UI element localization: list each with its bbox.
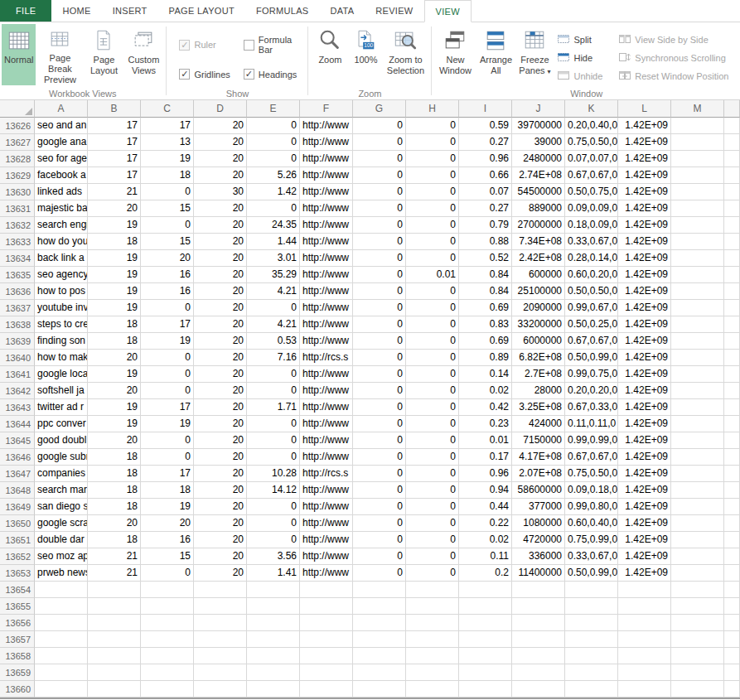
cell-L13658[interactable] [618, 648, 671, 664]
cell-I13643[interactable]: 0.42 [459, 399, 512, 416]
cell-G13626[interactable]: 0 [353, 118, 406, 134]
cell-D13660[interactable] [194, 681, 247, 698]
cell-C13637[interactable]: 0 [141, 300, 194, 316]
cell-H13629[interactable]: 0 [406, 167, 459, 184]
cell-partial-13626[interactable] [724, 118, 740, 134]
cell-partial-13632[interactable] [724, 217, 740, 234]
cell-A13632[interactable]: search engi [35, 217, 88, 234]
row-header-13655[interactable]: 13655 [0, 598, 35, 615]
cell-I13637[interactable]: 0.69 [459, 300, 512, 316]
cell-J13645[interactable]: 7150000 [512, 432, 565, 449]
cell-F13655[interactable] [300, 598, 353, 615]
cell-I13654[interactable] [459, 582, 512, 598]
cell-L13657[interactable] [618, 631, 671, 648]
cell-K13650[interactable]: 0.60,0.40,0 [565, 515, 618, 532]
split-button[interactable]: Split [554, 31, 606, 49]
cell-H13656[interactable] [406, 615, 459, 631]
cell-D13635[interactable]: 20 [194, 267, 247, 283]
cell-A13648[interactable]: search mar [35, 482, 88, 499]
cell-F13646[interactable]: http://www [300, 449, 353, 466]
cell-A13641[interactable]: google loca [35, 366, 88, 383]
cell-B13628[interactable]: 17 [88, 151, 141, 167]
cell-partial-13631[interactable] [724, 200, 740, 217]
cell-H13630[interactable]: 0 [406, 184, 459, 200]
cell-partial-13637[interactable] [724, 300, 740, 316]
cell-E13635[interactable]: 35.29 [247, 267, 300, 283]
cell-C13630[interactable]: 0 [141, 184, 194, 200]
cell-L13647[interactable]: 1.42E+09 [618, 466, 671, 482]
cell-G13644[interactable]: 0 [353, 416, 406, 432]
cell-J13647[interactable]: 2.07E+08 [512, 466, 565, 482]
column-header-K[interactable]: K [565, 100, 618, 118]
row-header-13653[interactable]: 13653 [0, 565, 35, 582]
cell-J13655[interactable] [512, 598, 565, 615]
cell-J13639[interactable]: 6000000 [512, 333, 565, 350]
cell-M13639[interactable] [671, 333, 724, 350]
cell-J13628[interactable]: 2480000 [512, 151, 565, 167]
cell-L13628[interactable]: 1.42E+09 [618, 151, 671, 167]
cell-L13653[interactable]: 1.42E+09 [618, 565, 671, 582]
cell-K13640[interactable]: 0.50,0.99,0 [565, 350, 618, 366]
cell-G13637[interactable]: 0 [353, 300, 406, 316]
row-header-13659[interactable]: 13659 [0, 664, 35, 681]
cell-E13630[interactable]: 1.42 [247, 184, 300, 200]
cell-D13654[interactable] [194, 582, 247, 598]
cell-F13651[interactable]: http://www [300, 532, 353, 548]
cell-D13641[interactable]: 20 [194, 366, 247, 383]
cell-A13657[interactable] [35, 631, 88, 648]
cell-D13645[interactable]: 20 [194, 432, 247, 449]
row-header-13632[interactable]: 13632 [0, 217, 35, 234]
cell-H13628[interactable]: 0 [406, 151, 459, 167]
cell-B13637[interactable]: 19 [88, 300, 141, 316]
cell-I13633[interactable]: 0.88 [459, 234, 512, 250]
cell-F13649[interactable]: http://www [300, 499, 353, 515]
cell-K13634[interactable]: 0.28,0.14,0 [565, 250, 618, 267]
cell-K13649[interactable]: 0.99,0.80,0 [565, 499, 618, 515]
cell-A13643[interactable]: twitter ad r [35, 399, 88, 416]
cell-D13643[interactable]: 20 [194, 399, 247, 416]
cell-E13639[interactable]: 0.53 [247, 333, 300, 350]
cell-E13643[interactable]: 1.71 [247, 399, 300, 416]
cell-L13635[interactable]: 1.42E+09 [618, 267, 671, 283]
cell-J13641[interactable]: 2.7E+08 [512, 366, 565, 383]
cell-D13639[interactable]: 20 [194, 333, 247, 350]
cell-B13642[interactable]: 20 [88, 383, 141, 399]
cell-C13658[interactable] [141, 648, 194, 664]
cell-partial-13660[interactable] [724, 681, 740, 698]
cell-E13648[interactable]: 14.12 [247, 482, 300, 499]
cell-C13648[interactable]: 18 [141, 482, 194, 499]
checkbox-ruler[interactable]: ✓Ruler [179, 35, 230, 55]
cell-partial-13641[interactable] [724, 366, 740, 383]
row-header-13631[interactable]: 13631 [0, 200, 35, 217]
cell-C13640[interactable]: 0 [141, 350, 194, 366]
cell-C13635[interactable]: 16 [141, 267, 194, 283]
cell-L13650[interactable]: 1.42E+09 [618, 515, 671, 532]
row-header-13648[interactable]: 13648 [0, 482, 35, 499]
cell-M13649[interactable] [671, 499, 724, 515]
cell-L13639[interactable]: 1.42E+09 [618, 333, 671, 350]
cell-M13626[interactable] [671, 118, 724, 134]
cell-F13659[interactable] [300, 664, 353, 681]
checkbox-box[interactable]: ✓ [179, 69, 190, 80]
cell-F13647[interactable]: http://rcs.s [300, 466, 353, 482]
cell-L13645[interactable]: 1.42E+09 [618, 432, 671, 449]
cell-M13654[interactable] [671, 582, 724, 598]
cell-L13638[interactable]: 1.42E+09 [618, 316, 671, 333]
cell-partial-13655[interactable] [724, 598, 740, 615]
cell-G13642[interactable]: 0 [353, 383, 406, 399]
cell-H13659[interactable] [406, 664, 459, 681]
cell-L13654[interactable] [618, 582, 671, 598]
cell-E13628[interactable]: 0 [247, 151, 300, 167]
cell-J13638[interactable]: 33200000 [512, 316, 565, 333]
cell-I13626[interactable]: 0.59 [459, 118, 512, 134]
row-header-13639[interactable]: 13639 [0, 333, 35, 350]
cell-I13632[interactable]: 0.79 [459, 217, 512, 234]
cell-A13650[interactable]: google scra [35, 515, 88, 532]
cell-F13648[interactable]: http://www [300, 482, 353, 499]
cell-K13653[interactable]: 0.50,0.99,0 [565, 565, 618, 582]
cell-G13641[interactable]: 0 [353, 366, 406, 383]
cell-E13642[interactable]: 0 [247, 383, 300, 399]
cell-J13659[interactable] [512, 664, 565, 681]
cell-I13634[interactable]: 0.52 [459, 250, 512, 267]
column-header-H[interactable]: H [406, 100, 459, 118]
